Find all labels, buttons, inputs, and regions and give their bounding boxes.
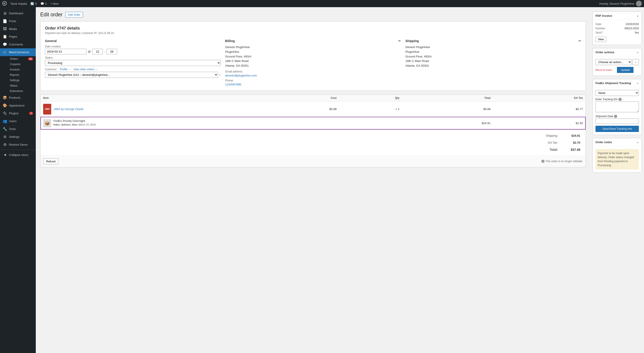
shipment-date-help-icon: ? <box>614 115 617 118</box>
time-hour-input[interactable] <box>92 49 103 54</box>
view-invoice-button[interactable]: View <box>596 37 606 42</box>
sidebar-item-invoices[interactable]: Invoices <box>7 67 36 72</box>
user-avatar[interactable] <box>636 1 642 7</box>
sidebar-item-pages[interactable]: 📋 Pages <box>0 33 36 41</box>
shipping-total-row: Shipping: $24.91 <box>43 132 583 139</box>
fedex-tracking-body: None Enter Tracking IDs ? Shipment Date … <box>593 87 642 135</box>
dashboard-icon: ⊞ <box>3 11 7 16</box>
new-content-link[interactable]: + New <box>50 2 58 5</box>
move-to-trash-link[interactable]: Move to trash <box>596 69 612 72</box>
order-action-select[interactable]: Choose an action... Email invoice / orde… <box>596 59 632 65</box>
order-actions-body: Choose an action... Email invoice / orde… <box>593 56 642 76</box>
add-order-button[interactable]: Add order <box>65 12 83 18</box>
refund-button[interactable]: Refund <box>43 158 58 164</box>
sidebar-item-posts[interactable]: 📄 Posts <box>0 17 36 25</box>
order-total-row: Total: $37.49 <box>43 146 583 153</box>
sidebar-item-dashboard[interactable]: ⊞ Dashboard <box>0 10 36 17</box>
invoice-sent-label: Sent? <box>596 31 602 34</box>
product-name-link[interactable]: 1984 by George Orwell <box>54 107 84 111</box>
col-tax: GA Tax <box>493 95 586 102</box>
order-items-card: Item Cost Qty Total GA Tax 1984 <box>40 94 586 167</box>
remove-customer-icon[interactable]: × <box>219 73 221 77</box>
col-cost: Cost <box>258 95 339 102</box>
main-content: Edit order Add order Order #747 details … <box>36 7 590 353</box>
shipping-cost: $24.91 <box>402 117 493 130</box>
sidebar-item-comments[interactable]: 💬 Comments <box>0 41 36 48</box>
billing-phone[interactable]: 1234567890 <box>225 83 241 86</box>
pdf-invoice-collapse-icon[interactable]: ▲ <box>636 15 639 17</box>
time-minute-input[interactable] <box>106 49 117 54</box>
updates-link[interactable]: 🔄 9 <box>30 2 37 5</box>
shipping-address: Devesh PluginHive PluginHive Ground Floo… <box>406 45 581 68</box>
sidebar-item-appearance[interactable]: 🎨 Appearance <box>0 102 36 109</box>
admin-bar: W Tame Impala 🔄 9 💬 0 + New Howdy, Deves… <box>0 0 644 7</box>
sidebar-item-coupons[interactable]: Coupons <box>7 62 36 67</box>
products-icon: 📦 <box>3 96 7 100</box>
product-total: $9.88 <box>402 101 493 117</box>
sidebar-item-settings2[interactable]: ⚙ Settings <box>0 133 36 141</box>
apply-action-button[interactable]: › <box>632 59 639 65</box>
info-icon: ℹ <box>541 160 544 163</box>
wp-logo[interactable]: W <box>2 1 7 6</box>
col-qty: Qty <box>339 95 402 102</box>
shipping-method-name: FedEx Priority Overnight <box>54 119 96 123</box>
shipping-edit-icon[interactable]: ✏ <box>578 39 581 43</box>
col-item: Item <box>40 95 258 102</box>
product-thumbnail: 1984 <box>43 104 51 115</box>
order-actions-header: Order actions ▲ <box>593 48 642 56</box>
sidebar-item-woocommerce[interactable]: 🛒 WooCommerce <box>0 48 36 56</box>
comments-link[interactable]: 💬 0 <box>40 2 47 5</box>
phone-label: Phone: <box>225 79 401 82</box>
order-notes-collapse-icon[interactable]: ▲ <box>636 141 639 143</box>
sidebar-item-media[interactable]: 🖼 Media <box>0 25 36 33</box>
billing-edit-icon[interactable]: ✏ <box>398 39 401 43</box>
billing-email[interactable]: devesh@pluginhive.com <box>225 74 257 77</box>
tracking-ids-textarea[interactable] <box>596 102 639 112</box>
tracking-ids-label: Enter Tracking IDs ? <box>596 98 639 101</box>
tax-total-value: $2.70 <box>567 141 580 144</box>
invoice-number-value: 00010-2019 <box>624 27 639 30</box>
order-actions-collapse-icon[interactable]: ▲ <box>636 51 639 54</box>
shipping-tax: $1.93 <box>493 117 586 130</box>
view-other-orders-link[interactable]: View other orders → <box>73 68 98 71</box>
sidebar-item-status[interactable]: Status <box>7 83 36 88</box>
sidebar-item-plugins[interactable]: 🔌 Plugins 2 <box>0 109 36 117</box>
order-actions-title: Order actions <box>596 51 614 54</box>
save-tracking-button[interactable]: Save/Show Tracking Info <box>596 126 639 132</box>
plugins-icon: 🔌 <box>3 111 7 115</box>
fedex-tracking-title: FedEx Shipment Tracking <box>596 81 631 85</box>
invoice-date-label: Date: <box>596 23 602 26</box>
billing-section: Billing ✏ Devesh PluginHive PluginHive G… <box>225 39 401 86</box>
posts-icon: 📄 <box>3 19 7 23</box>
order-notes-body: Payment to be made upon delivery. Order … <box>593 146 642 172</box>
billing-section-title: Billing ✏ <box>225 39 401 43</box>
sidebar-item-reports[interactable]: Reports <box>7 72 36 78</box>
comments-icon: 💬 <box>3 42 7 47</box>
page-title: Edit order <box>40 12 62 18</box>
fedex-tracking-collapse-icon[interactable]: ▲ <box>636 82 639 84</box>
email-label: Email address: <box>225 70 401 73</box>
profile-link[interactable]: Profile → <box>60 68 71 71</box>
update-button[interactable]: Update <box>617 67 634 73</box>
sidebar-item-users[interactable]: 👥 Users <box>0 117 36 125</box>
sidebar-item-orders[interactable]: Orders 98 <box>7 56 36 62</box>
sidebar-item-restore[interactable]: ♻ Restore Demo <box>0 141 36 149</box>
customer-select-row: Devesh PluginHive (#12 – devesh@pluginhi… <box>45 72 221 78</box>
action-buttons-row: Move to trash Update <box>596 67 639 73</box>
date-row: @ : <box>45 49 221 54</box>
date-input[interactable] <box>45 49 86 54</box>
sidebar-item-tools[interactable]: 🔧 Tools <box>0 125 36 133</box>
pdf-invoice-title: PDF Invoice <box>596 14 612 18</box>
sidebar-item-extensions[interactable]: Extensions <box>7 88 36 94</box>
order-notes-header: Order notes ▲ <box>593 138 642 146</box>
site-name[interactable]: Tame Impala <box>10 2 27 5</box>
product-tax: $0.77 <box>493 101 586 117</box>
shipment-date-input[interactable] <box>596 119 639 124</box>
status-select[interactable]: Processing Pending payment On hold Compl… <box>45 60 221 66</box>
fedex-service-select[interactable]: None <box>596 90 639 96</box>
sidebar-item-products[interactable]: 📦 Products <box>0 94 36 102</box>
items-table: Item Cost Qty Total GA Tax 1984 <box>40 95 586 130</box>
customer-dropdown[interactable]: Devesh PluginHive (#12 – devesh@pluginhi… <box>45 72 218 78</box>
sidebar-item-collapse[interactable]: ◄ Collapse menu <box>0 151 36 159</box>
sidebar-item-settings[interactable]: Settings <box>7 78 36 83</box>
